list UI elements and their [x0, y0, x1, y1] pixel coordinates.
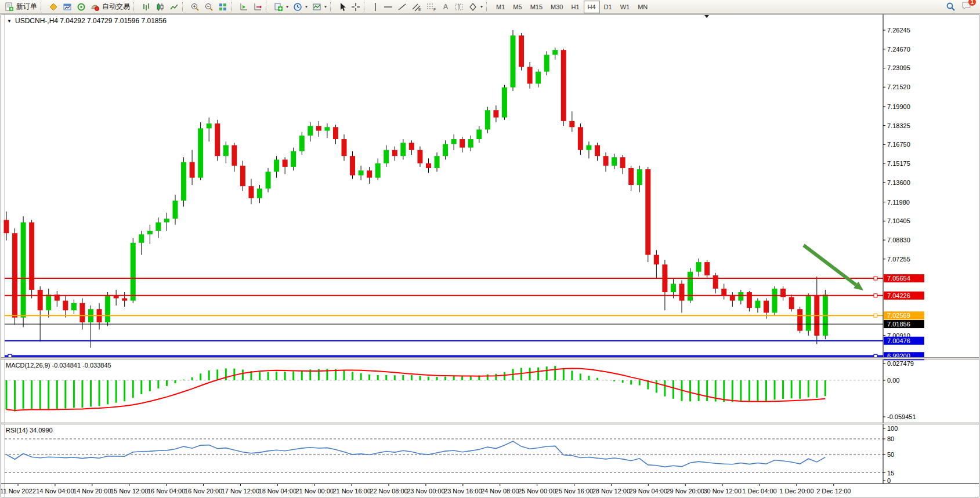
time-label: 2 Dec 12:00 — [816, 488, 851, 495]
svg-text:7.11980: 7.11980 — [887, 199, 910, 206]
svg-text:0: 0 — [887, 477, 891, 484]
time-label: 14 Nov 04:00 — [36, 488, 74, 495]
bar-chart-mode-button[interactable] — [139, 1, 153, 13]
signals-button[interactable] — [74, 1, 88, 13]
time-label: 21 Nov 16:00 — [332, 488, 370, 495]
signals-icon — [77, 2, 86, 12]
candlestick-mode-button[interactable] — [153, 1, 167, 13]
auto-scroll-button[interactable] — [251, 1, 265, 13]
new-chart-icon — [274, 2, 283, 12]
profiles-button[interactable] — [46, 1, 60, 13]
chevron-down-icon: ▾ — [324, 4, 327, 9]
new-order-icon — [5, 2, 14, 12]
time-label: 15 Nov 12:00 — [110, 488, 148, 495]
auto-scroll-icon — [253, 2, 262, 12]
toolbar-separator — [133, 2, 138, 12]
trendline-tool-button[interactable] — [395, 1, 409, 13]
autotrading-icon — [91, 2, 100, 12]
svg-text:E: E — [418, 8, 421, 12]
crosshair-icon — [351, 2, 360, 12]
zoom-in-button[interactable] — [188, 1, 202, 13]
rsi-label: RSI(14) 34.0990 — [6, 427, 53, 434]
time-label: 17 Nov 12:00 — [222, 488, 259, 495]
notifications-button[interactable]: 1 — [961, 1, 972, 12]
trendline-icon — [397, 2, 407, 12]
toolbar-separator — [41, 2, 45, 12]
templates-icon — [312, 2, 321, 12]
text-label-icon: T — [454, 2, 464, 12]
new-chart-button[interactable]: ▾ — [272, 1, 291, 13]
timeframe-mn-button[interactable]: MN — [634, 1, 652, 13]
chevron-down-icon: ▾ — [286, 4, 288, 9]
market-watch-icon — [63, 2, 72, 12]
time-label: 1 Dec 20:00 — [779, 488, 813, 495]
timeframe-m15-button[interactable]: M15 — [526, 1, 547, 13]
timeframe-h4-button[interactable]: H4 — [584, 1, 600, 13]
time-label: 14 Nov 20:00 — [73, 488, 111, 495]
line-handle[interactable] — [874, 314, 877, 317]
chart-title: ▼USDCNH-,H4 7.04292 7.04729 7.01596 7.01… — [7, 17, 167, 25]
line-handle[interactable] — [874, 294, 877, 297]
svg-text:7.24670: 7.24670 — [887, 46, 910, 53]
svg-text:7.02569: 7.02569 — [887, 312, 910, 319]
vertical-line-tool-button[interactable] — [370, 1, 381, 13]
zoom-out-button[interactable] — [202, 1, 216, 13]
equidistant-channel-icon: E — [411, 2, 422, 12]
autotrading-button[interactable]: 自动交易 — [88, 1, 132, 13]
periods-button[interactable]: ▾ — [291, 1, 310, 13]
crosshair-tool-button[interactable] — [349, 1, 363, 13]
timeframe-m5-button[interactable]: M5 — [509, 1, 526, 13]
timeframe-w1-button[interactable]: W1 — [616, 1, 634, 13]
svg-text:15: 15 — [887, 470, 894, 477]
text-label-tool-button[interactable]: T — [452, 1, 466, 13]
tile-windows-button[interactable] — [216, 1, 230, 13]
cursor-tool-button[interactable] — [336, 1, 349, 13]
time-label: 25 Nov 16:00 — [555, 488, 593, 495]
arrows-tool-button[interactable]: ▾ — [466, 1, 485, 13]
timeframe-m30-button[interactable]: M30 — [547, 1, 567, 13]
market-watch-button[interactable] — [60, 1, 74, 13]
time-label: 23 Nov 00:00 — [407, 488, 444, 495]
timeframe-h1-button[interactable]: H1 — [567, 1, 583, 13]
horizontal-line-tool-button[interactable] — [381, 1, 395, 13]
time-label: 22 Nov 08:00 — [370, 488, 407, 495]
candlestick-icon — [156, 2, 165, 12]
time-label: 16 Nov 20:00 — [185, 488, 222, 495]
line-handle[interactable] — [874, 277, 877, 280]
svg-text:50: 50 — [887, 451, 894, 458]
svg-text:7.07255: 7.07255 — [887, 256, 910, 263]
svg-text:7.23095: 7.23095 — [887, 64, 910, 71]
svg-text:7.10405: 7.10405 — [887, 217, 910, 224]
autotrading-label: 自动交易 — [102, 2, 130, 12]
toolbar-separator — [182, 2, 187, 12]
svg-text:100: 100 — [887, 425, 898, 432]
timeframe-d1-button[interactable]: D1 — [600, 1, 616, 13]
main-toolbar: 新订单 自动交易 ▾ ▾ — [0, 0, 980, 14]
zoom-out-icon — [204, 2, 214, 12]
fibonacci-tool-button[interactable]: F — [424, 1, 439, 13]
chart-canvas[interactable]: ▼USDCNH-,H4 7.04292 7.04729 7.01596 7.01… — [0, 0, 980, 498]
text-tool-button[interactable]: A — [439, 1, 452, 13]
svg-text:▼: ▼ — [7, 19, 12, 24]
svg-text:7.04226: 7.04226 — [887, 292, 910, 299]
new-order-button[interactable]: 新订单 — [2, 1, 39, 13]
cursor-icon — [338, 2, 346, 12]
new-order-label: 新订单 — [16, 2, 37, 12]
toolbar-separator — [364, 2, 368, 12]
line-chart-mode-button[interactable] — [167, 1, 181, 13]
svg-text:0.027479: 0.027479 — [887, 360, 914, 367]
time-label: 28 Nov 12:00 — [592, 488, 630, 495]
chart-shift-button[interactable] — [237, 1, 251, 13]
svg-text:7.18325: 7.18325 — [887, 122, 910, 129]
svg-text:7.26245: 7.26245 — [887, 27, 910, 34]
templates-button[interactable]: ▾ — [310, 1, 329, 13]
time-label: 21 Nov 00:00 — [295, 488, 333, 495]
timeframe-m1-button[interactable]: M1 — [492, 1, 509, 13]
svg-text:F: F — [433, 8, 436, 12]
time-label: 29 Nov 04:00 — [630, 488, 667, 495]
svg-text:A: A — [443, 3, 448, 11]
fibonacci-icon: F — [426, 2, 437, 12]
channel-tool-button[interactable]: E — [409, 1, 424, 13]
search-icon[interactable] — [946, 2, 956, 12]
line-chart-icon — [169, 2, 179, 12]
